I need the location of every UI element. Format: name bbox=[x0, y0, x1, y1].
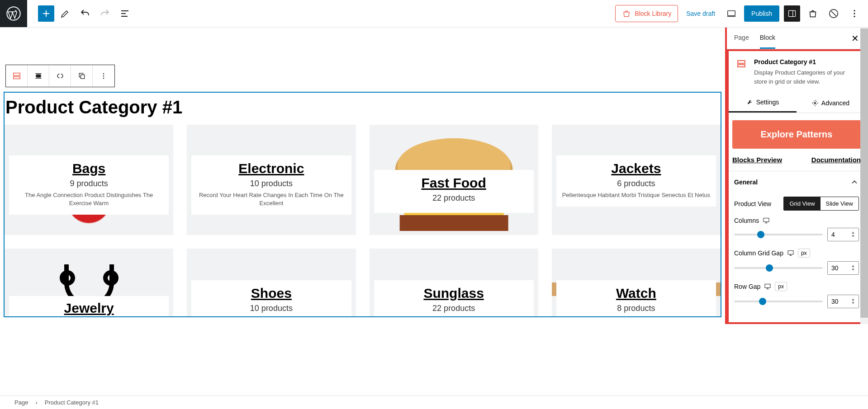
explore-patterns-button[interactable]: Explore Patterns bbox=[732, 120, 861, 149]
tab-page[interactable]: Page bbox=[734, 28, 749, 49]
svg-rect-24 bbox=[765, 284, 770, 288]
column-gap-slider[interactable] bbox=[734, 267, 823, 269]
column-gap-input[interactable]: 30▲▼ bbox=[827, 261, 859, 275]
grid-view-option[interactable]: Grid View bbox=[784, 197, 820, 210]
row-gap-label: Row Gap bbox=[734, 283, 760, 290]
product-card[interactable]: Jackets6 productsPellentesque Habitant M… bbox=[552, 125, 721, 235]
documentation-link[interactable]: Documentation bbox=[811, 156, 861, 164]
link-icon[interactable] bbox=[49, 65, 71, 87]
more-options-icon[interactable] bbox=[846, 5, 863, 22]
product-view-label: Product View bbox=[734, 200, 771, 207]
product-name[interactable]: Shoes bbox=[196, 286, 346, 301]
yoast-icon[interactable] bbox=[825, 5, 842, 22]
general-panel-body: Product View Grid View Slide View Column… bbox=[729, 193, 864, 315]
product-name[interactable]: Jewelry bbox=[14, 301, 164, 316]
svg-rect-9 bbox=[36, 75, 41, 78]
scrollbar-thumb[interactable] bbox=[860, 28, 868, 318]
block-library-label: Block Library bbox=[635, 10, 671, 17]
tab-block[interactable]: Block bbox=[760, 28, 775, 49]
product-card[interactable]: Sunglass22 products bbox=[370, 249, 538, 316]
block-title[interactable]: Product Category #1 bbox=[5, 93, 721, 125]
wrench-icon bbox=[746, 99, 754, 106]
more-block-options-icon[interactable] bbox=[93, 65, 114, 87]
product-name[interactable]: Jackets bbox=[561, 161, 711, 176]
close-icon[interactable]: ✕ bbox=[851, 33, 859, 44]
unit-px[interactable]: px bbox=[798, 249, 810, 258]
product-name[interactable]: Sunglass bbox=[379, 286, 529, 301]
product-category-block[interactable]: Product Category #1 Bags9 productsThe An… bbox=[4, 92, 721, 317]
breadcrumb-separator: › bbox=[35, 399, 37, 406]
blocks-preview-link[interactable]: Blocks Preview bbox=[732, 156, 782, 164]
breadcrumb-page[interactable]: Page bbox=[14, 399, 28, 406]
save-draft-link[interactable]: Save draft bbox=[683, 6, 719, 21]
stepper-icon[interactable]: ▲▼ bbox=[851, 231, 855, 238]
plugin-icon[interactable] bbox=[805, 5, 821, 22]
row-gap-slider[interactable] bbox=[734, 301, 823, 302]
desktop-icon[interactable] bbox=[764, 283, 771, 290]
svg-rect-2 bbox=[789, 10, 796, 16]
breadcrumb-block[interactable]: Product Category #1 bbox=[45, 399, 99, 406]
product-name[interactable]: Fast Food bbox=[379, 175, 529, 191]
desktop-icon[interactable] bbox=[787, 249, 794, 257]
desktop-icon[interactable] bbox=[763, 217, 770, 224]
add-block-button[interactable] bbox=[38, 5, 54, 22]
product-card[interactable]: Bags9 productsThe Angle Connection Produ… bbox=[5, 125, 173, 235]
svg-rect-1 bbox=[728, 11, 735, 16]
product-card[interactable]: Jewelry bbox=[5, 249, 173, 316]
product-info: Electronic10 productsRecord Your Heart R… bbox=[191, 155, 351, 215]
general-panel-header[interactable]: General bbox=[729, 171, 864, 193]
undo-icon[interactable] bbox=[76, 5, 94, 23]
columns-slider[interactable] bbox=[734, 234, 823, 235]
product-name[interactable]: Electronic bbox=[196, 161, 346, 176]
preview-device-icon[interactable] bbox=[723, 5, 740, 22]
columns-input[interactable]: 4▲▼ bbox=[827, 228, 859, 241]
product-card[interactable]: Fast Food22 products bbox=[370, 125, 538, 235]
settings-sidebar: Page Block ✕ Product Category #1 Display… bbox=[725, 28, 868, 324]
sidebar-body: Product Category #1 Display Product Cate… bbox=[727, 49, 866, 322]
main-area: Product Category #1 Bags9 productsThe An… bbox=[0, 28, 868, 324]
scrollbar[interactable] bbox=[860, 28, 868, 324]
sidebar-toggle-icon[interactable] bbox=[784, 5, 800, 22]
block-type-icon bbox=[736, 58, 747, 69]
editor-canvas[interactable]: Product Category #1 Bags9 productsThe An… bbox=[0, 28, 725, 324]
tab-settings[interactable]: Settings bbox=[729, 93, 797, 113]
duplicate-icon[interactable] bbox=[71, 65, 93, 87]
product-info: Bags9 productsThe Angle Connection Produ… bbox=[9, 155, 169, 215]
svg-point-21 bbox=[814, 102, 816, 104]
row-gap-slider-row: 30▲▼ bbox=[734, 295, 859, 308]
shopping-bag-icon bbox=[622, 9, 631, 18]
row-gap-input[interactable]: 30▲▼ bbox=[827, 295, 859, 308]
product-card[interactable]: Electronic10 productsRecord Your Heart R… bbox=[187, 125, 356, 235]
edit-icon[interactable] bbox=[56, 5, 74, 23]
block-type-icon[interactable] bbox=[6, 65, 28, 87]
redo-icon[interactable] bbox=[96, 5, 114, 23]
stepper-icon[interactable]: ▲▼ bbox=[851, 298, 855, 305]
gear-icon bbox=[811, 99, 819, 107]
product-name[interactable]: Watch bbox=[561, 286, 711, 301]
product-card[interactable]: Watch8 products bbox=[552, 249, 721, 316]
product-card[interactable]: Shoes10 products bbox=[187, 249, 356, 316]
unit-px[interactable]: px bbox=[775, 282, 787, 291]
top-toolbar: Block Library Save draft Publish bbox=[0, 0, 868, 28]
general-label: General bbox=[734, 179, 758, 186]
toolbar-right: Block Library Save draft Publish bbox=[615, 5, 863, 22]
align-icon[interactable] bbox=[28, 65, 49, 87]
product-grid: Bags9 productsThe Angle Connection Produ… bbox=[5, 125, 721, 316]
block-info: Product Category #1 Display Product Cate… bbox=[729, 51, 864, 93]
publish-button[interactable]: Publish bbox=[744, 5, 779, 22]
stepper-icon[interactable]: ▲▼ bbox=[851, 264, 855, 272]
product-count: 22 products bbox=[379, 304, 529, 313]
tab-advanced[interactable]: Advanced bbox=[797, 93, 864, 113]
product-info: Jackets6 productsPellentesque Habitant M… bbox=[556, 155, 716, 207]
slide-view-option[interactable]: Slide View bbox=[821, 197, 859, 210]
wordpress-logo[interactable] bbox=[0, 0, 27, 27]
columns-slider-row: 4▲▼ bbox=[734, 228, 859, 241]
product-name[interactable]: Bags bbox=[14, 161, 164, 176]
block-name-label: Product Category #1 bbox=[754, 58, 857, 66]
svg-rect-18 bbox=[399, 215, 508, 231]
product-count: 10 products bbox=[196, 304, 346, 313]
block-library-button[interactable]: Block Library bbox=[615, 5, 678, 22]
product-view-control: Product View Grid View Slide View bbox=[734, 197, 859, 211]
list-view-icon[interactable] bbox=[116, 5, 134, 23]
svg-point-14 bbox=[103, 78, 104, 79]
